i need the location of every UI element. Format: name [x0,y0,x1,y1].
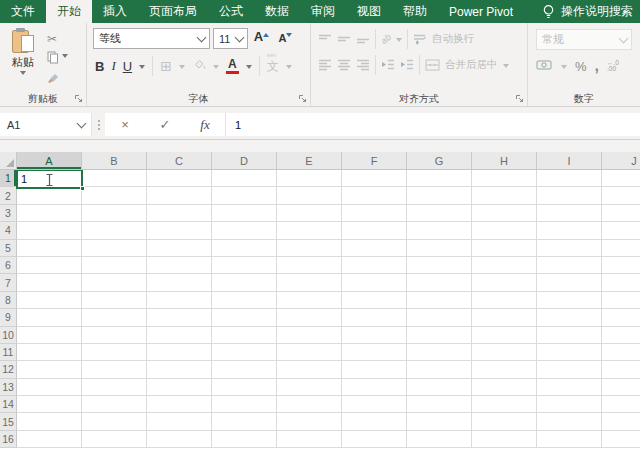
cell-B10[interactable] [82,327,147,344]
cell-H9[interactable] [472,309,537,326]
formula-bar-resizer[interactable] [92,113,105,136]
cell-E12[interactable] [277,361,342,378]
cell-B15[interactable] [82,413,147,430]
tab-page-layout[interactable]: 页面布局 [138,0,208,23]
cell-J3[interactable] [602,205,640,222]
copy-dropdown-arrow-icon[interactable] [62,54,68,61]
cell-C7[interactable] [147,274,212,291]
cell-I3[interactable] [537,205,602,222]
cell-A7[interactable] [17,274,82,291]
cell-D4[interactable] [212,222,277,239]
row-header-16[interactable]: 16 [0,431,17,448]
cell-H1[interactable] [472,170,537,187]
cell-E10[interactable] [277,327,342,344]
cell-H14[interactable] [472,396,537,413]
cell-D2[interactable] [212,187,277,204]
cell-B8[interactable] [82,292,147,309]
cell-J8[interactable] [602,292,640,309]
cell-A8[interactable] [17,292,82,309]
comma-style-button[interactable]: , [595,61,599,71]
cell-J13[interactable] [602,379,640,396]
tab-view[interactable]: 视图 [346,0,392,23]
cell-D5[interactable] [212,240,277,257]
number-format-combobox[interactable]: 常规 [536,29,632,50]
cell-C10[interactable] [147,327,212,344]
cell-J6[interactable] [602,257,640,274]
accounting-dropdown-arrow-icon[interactable] [561,65,567,72]
cell-F14[interactable] [342,396,407,413]
column-header-I[interactable]: I [537,152,602,170]
cell-G10[interactable] [407,327,472,344]
cell-D7[interactable] [212,274,277,291]
borders-dropdown-arrow-icon[interactable] [179,65,185,72]
align-right-icon[interactable] [356,59,370,71]
cell-I16[interactable] [537,431,602,448]
cell-A2[interactable] [17,187,82,204]
phonetic-guide-button[interactable]: wén 文 [267,58,279,75]
row-header-1[interactable]: 1 [0,170,17,187]
row-header-13[interactable]: 13 [0,379,17,396]
cell-I1[interactable] [537,170,602,187]
cell-A11[interactable] [17,344,82,361]
cell-D16[interactable] [212,431,277,448]
cell-G9[interactable] [407,309,472,326]
increase-decimal-button[interactable]: ←.0 .00 [607,60,619,72]
cell-B12[interactable] [82,361,147,378]
merge-dropdown-arrow-icon[interactable] [503,64,509,71]
row-header-6[interactable]: 6 [0,257,17,274]
tab-file[interactable]: 文件 [0,0,46,23]
row-header-4[interactable]: 4 [0,222,17,239]
cell-G8[interactable] [407,292,472,309]
cell-G7[interactable] [407,274,472,291]
cell-A14[interactable] [17,396,82,413]
cell-J10[interactable] [602,327,640,344]
cell-I14[interactable] [537,396,602,413]
cell-H2[interactable] [472,187,537,204]
cell-G6[interactable] [407,257,472,274]
cell-E14[interactable] [277,396,342,413]
cell-H15[interactable] [472,413,537,430]
wrap-text-button[interactable]: 自动换行 [432,32,474,46]
cell-A13[interactable] [17,379,82,396]
cell-I11[interactable] [537,344,602,361]
cell-C3[interactable] [147,205,212,222]
cell-H8[interactable] [472,292,537,309]
cell-D6[interactable] [212,257,277,274]
paste-button[interactable]: 粘贴 [4,28,42,85]
cell-J16[interactable] [602,431,640,448]
column-header-F[interactable]: F [342,152,407,170]
cell-E2[interactable] [277,187,342,204]
tab-review[interactable]: 审阅 [300,0,346,23]
cell-B1[interactable] [82,170,147,187]
row-header-3[interactable]: 3 [0,205,17,222]
cell-J5[interactable] [602,240,640,257]
cell-D15[interactable] [212,413,277,430]
cell-H6[interactable] [472,257,537,274]
cell-C1[interactable] [147,170,212,187]
row-header-7[interactable]: 7 [0,274,17,291]
cell-G3[interactable] [407,205,472,222]
cell-B3[interactable] [82,205,147,222]
cell-D13[interactable] [212,379,277,396]
column-header-J[interactable]: J [602,152,640,170]
increase-font-size-button[interactable]: A [251,28,272,49]
cell-I9[interactable] [537,309,602,326]
cell-I13[interactable] [537,379,602,396]
cell-J1[interactable] [602,170,640,187]
fill-color-dropdown-arrow-icon[interactable] [213,65,219,72]
cell-G13[interactable] [407,379,472,396]
cell-C11[interactable] [147,344,212,361]
cell-A15[interactable] [17,413,82,430]
font-dialog-launcher-icon[interactable] [298,94,307,103]
cell-C6[interactable] [147,257,212,274]
cell-F2[interactable] [342,187,407,204]
cell-E16[interactable] [277,431,342,448]
cell-E5[interactable] [277,240,342,257]
row-header-11[interactable]: 11 [0,344,17,361]
cell-E8[interactable] [277,292,342,309]
enter-button[interactable]: ✓ [145,117,185,132]
cell-H10[interactable] [472,327,537,344]
cell-I12[interactable] [537,361,602,378]
accounting-format-button[interactable] [536,57,553,75]
row-header-2[interactable]: 2 [0,187,17,204]
